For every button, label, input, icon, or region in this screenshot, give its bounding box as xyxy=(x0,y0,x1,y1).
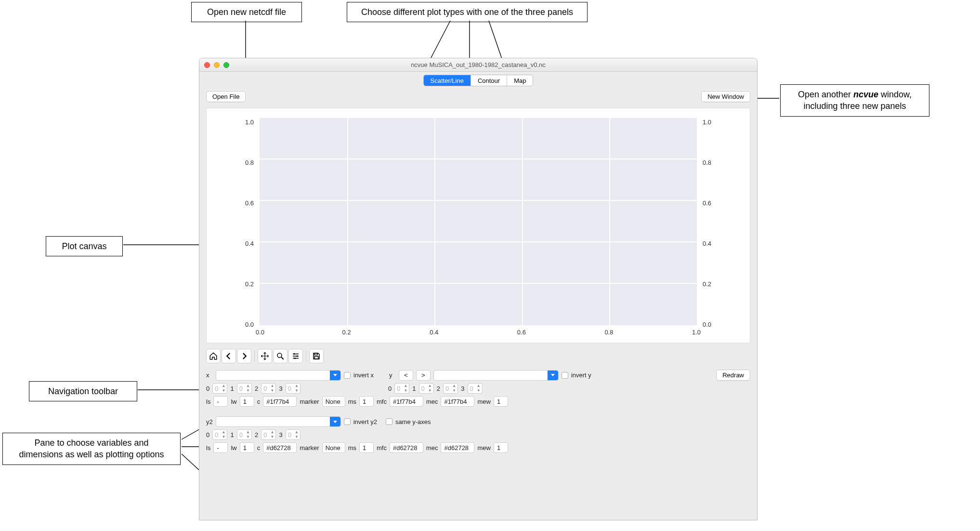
controls-pane: x invert x y < > invert y Redraw 0 0▲▼ 1… xyxy=(199,365,757,462)
dim-label: 2 xyxy=(437,385,440,392)
y-next-button[interactable]: > xyxy=(416,370,431,381)
y-prev-button[interactable]: < xyxy=(399,370,413,381)
mew-input[interactable]: 1 xyxy=(494,396,508,407)
dim-label: 3 xyxy=(279,431,282,438)
mfc-input[interactable]: #1f77b4 xyxy=(390,396,423,407)
tab-map[interactable]: Map xyxy=(507,75,533,86)
ls-input[interactable]: - xyxy=(213,442,228,453)
ms-input[interactable]: 1 xyxy=(359,396,374,407)
svg-point-15 xyxy=(294,353,295,355)
mfc-input[interactable]: #d62728 xyxy=(390,442,423,453)
nav-toolbar xyxy=(199,346,757,365)
x-dims-row: 0 0▲▼ 1 0▲▼ 2 0▲▼ 3 0▲▼ 0 0▲▼ 1 0▲▼ 2 0▲… xyxy=(206,383,750,394)
callout-plot-types: Choose different plot types with one of … xyxy=(347,2,588,22)
x-dim2-spin[interactable]: 0▲▼ xyxy=(261,383,276,394)
ytick-left: 0.2 xyxy=(245,280,254,288)
pan-icon[interactable] xyxy=(258,349,272,363)
x-dim0-spin[interactable]: 0▲▼ xyxy=(212,383,227,394)
redraw-button[interactable]: Redraw xyxy=(716,370,750,381)
y-dim2-spin[interactable]: 0▲▼ xyxy=(443,383,458,394)
same-yaxes-label: same y-axes xyxy=(395,418,431,425)
ms-input[interactable]: 1 xyxy=(359,442,374,453)
ytick-left: 0.0 xyxy=(245,321,254,328)
c-label: c xyxy=(257,444,261,451)
y2-dim0-spin[interactable]: 0▲▼ xyxy=(212,429,227,440)
marker-label: marker xyxy=(300,444,319,451)
invert-y2-label: invert y2 xyxy=(353,418,377,425)
marker-input[interactable]: None xyxy=(322,396,345,407)
svg-rect-19 xyxy=(314,357,318,359)
y2-dim3-spin[interactable]: 0▲▼ xyxy=(286,429,301,440)
ms-label: ms xyxy=(348,398,356,405)
xtick: 0.0 xyxy=(256,329,264,336)
new-window-button[interactable]: New Window xyxy=(701,91,750,102)
y-label: y xyxy=(389,372,396,379)
c-input[interactable]: #d62728 xyxy=(263,442,297,453)
mew-input[interactable]: 1 xyxy=(494,442,508,453)
dim-label: 0 xyxy=(388,385,392,392)
ms-label: ms xyxy=(348,444,356,451)
open-file-button[interactable]: Open File xyxy=(206,91,246,102)
plot-type-tabs: Scatter/Line Contour Map xyxy=(423,75,534,86)
callout-new-window: Open another ncvue window, including thr… xyxy=(780,84,929,117)
svg-point-10 xyxy=(277,353,282,358)
xtick: 0.4 xyxy=(430,329,438,336)
same-yaxes-checkbox[interactable] xyxy=(386,418,392,425)
plot-canvas[interactable]: 0.0 0.2 0.4 0.6 0.8 1.0 0.0 0.2 0.4 0.6 … xyxy=(206,108,750,343)
xtick: 0.8 xyxy=(604,329,613,336)
callout-plot-canvas: Plot canvas xyxy=(46,236,123,256)
zoom-rect-icon[interactable] xyxy=(273,349,287,363)
y-dim1-spin[interactable]: 0▲▼ xyxy=(419,383,434,394)
xtick: 1.0 xyxy=(692,329,701,336)
dim-label: 0 xyxy=(206,385,209,392)
tab-scatter-line[interactable]: Scatter/Line xyxy=(424,75,471,86)
home-icon[interactable] xyxy=(206,349,221,363)
lw-label: lw xyxy=(231,444,236,451)
c-input[interactable]: #1f77b4 xyxy=(263,396,297,407)
svg-line-11 xyxy=(281,357,284,359)
plot-axes-area xyxy=(260,118,697,325)
marker-input[interactable]: None xyxy=(322,442,345,453)
mfc-label: mfc xyxy=(377,398,387,405)
subplots-icon[interactable] xyxy=(288,349,303,363)
forward-icon[interactable] xyxy=(237,349,251,363)
ls-label: ls xyxy=(206,398,210,405)
invert-y2-checkbox[interactable] xyxy=(344,418,351,425)
mec-input[interactable]: #1f77b4 xyxy=(441,396,474,407)
y2-dim2-spin[interactable]: 0▲▼ xyxy=(261,429,276,440)
y-variable-select[interactable] xyxy=(433,370,559,381)
toolbar-row: Open File New Window xyxy=(199,89,757,106)
save-icon[interactable] xyxy=(309,349,324,363)
y2-label: y2 xyxy=(206,418,213,425)
tab-contour[interactable]: Contour xyxy=(471,75,507,86)
invert-x-label: invert x xyxy=(353,372,374,379)
y-dim0-spin[interactable]: 0▲▼ xyxy=(394,383,409,394)
marker-label: marker xyxy=(300,398,319,405)
ytick-right: 0.6 xyxy=(703,199,711,207)
lw-input[interactable]: 1 xyxy=(240,396,254,407)
mec-input[interactable]: #d62728 xyxy=(441,442,474,453)
ls-input[interactable]: - xyxy=(213,396,228,407)
line1-style-row: ls - lw 1 c #1f77b4 marker None ms 1 mfc… xyxy=(206,396,750,407)
invert-y-checkbox[interactable] xyxy=(562,372,568,379)
svg-point-17 xyxy=(294,358,296,359)
y2-dim1-spin[interactable]: 0▲▼ xyxy=(237,429,252,440)
x-dim1-spin[interactable]: 0▲▼ xyxy=(237,383,252,394)
ytick-right: 1.0 xyxy=(703,119,711,126)
svg-point-16 xyxy=(297,356,298,357)
dim-label: 2 xyxy=(255,431,258,438)
y-dim3-spin[interactable]: 0▲▼ xyxy=(468,383,483,394)
invert-x-checkbox[interactable] xyxy=(344,372,351,379)
mec-label: mec xyxy=(426,444,438,451)
ls-label: ls xyxy=(206,444,210,451)
app-window: ncvue MuSICA_out_1980-1982_castanea_v0.n… xyxy=(199,58,758,520)
invert-y-label: invert y xyxy=(571,372,591,379)
y2-variable-select[interactable] xyxy=(216,416,341,427)
x-variable-select[interactable] xyxy=(216,370,341,381)
back-icon[interactable] xyxy=(222,349,236,363)
x-dim3-spin[interactable]: 0▲▼ xyxy=(286,383,301,394)
ytick-right: 0.2 xyxy=(703,280,711,288)
lw-input[interactable]: 1 xyxy=(240,442,254,453)
callout-options-pane: Pane to choose variables and dimensions … xyxy=(2,433,181,465)
dim-label: 1 xyxy=(230,431,234,438)
